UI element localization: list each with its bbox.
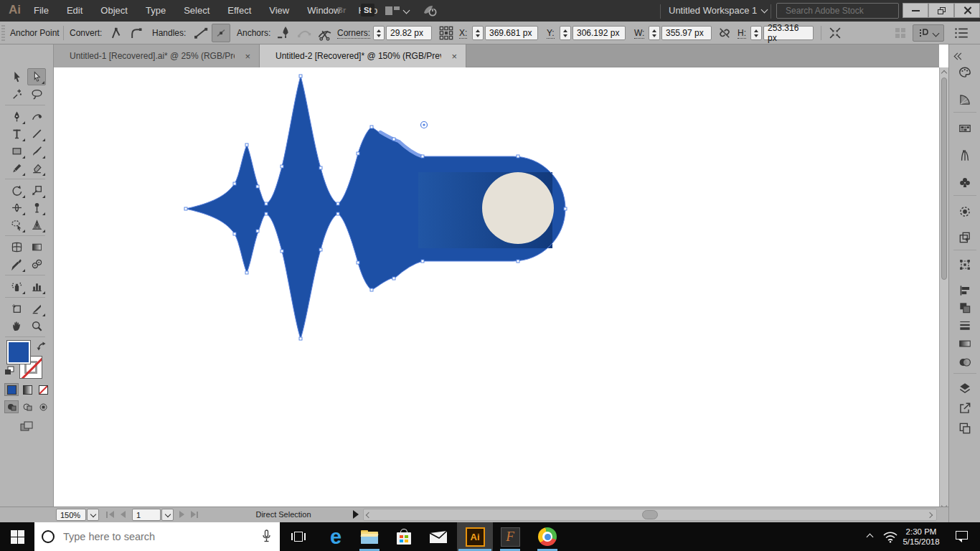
type-tool[interactable] [7,125,26,142]
y-field[interactable]: 306.192 px [573,26,626,40]
direct-selection-tool[interactable] [27,68,46,85]
taskbar-search-input[interactable] [62,530,262,543]
stock-icon[interactable]: St [361,4,374,17]
w-label[interactable]: W: [634,28,644,39]
pen-tool[interactable] [7,108,26,125]
unlink-dimensions-icon[interactable] [717,26,732,40]
paintbrush-tool[interactable] [27,142,46,159]
swap-fill-stroke-icon[interactable] [36,341,47,352]
mesh-tool[interactable] [7,238,26,255]
artboard-number-field[interactable]: 1 [132,509,161,521]
x-stepper[interactable] [472,26,484,40]
transform-panel-icon[interactable] [957,257,973,273]
start-button[interactable] [0,522,34,551]
panel-dock-toggle-button[interactable] [913,24,944,42]
hand-tool[interactable] [7,317,26,334]
width-tool[interactable] [7,199,26,216]
canvas[interactable] [54,67,939,507]
control-panel-menu-icon[interactable] [954,27,969,39]
mail-button[interactable] [423,522,454,551]
connect-anchors-icon[interactable] [296,25,313,41]
color-panel-icon[interactable] [957,65,973,80]
rectangle-tool[interactable] [7,142,26,159]
swatches-panel-icon[interactable] [957,121,973,136]
vertical-scrollbar[interactable] [939,67,948,514]
hide-handles-button[interactable] [212,24,230,42]
menu-select[interactable]: Select [183,5,210,16]
magic-wand-tool[interactable] [7,85,26,103]
workspace-chevron-icon[interactable] [761,6,768,14]
gradient-mode-button[interactable] [20,383,34,396]
x-field[interactable]: 369.681 px [485,26,538,40]
cut-path-icon[interactable] [316,25,333,41]
tab-close-icon[interactable]: × [451,51,457,62]
file-explorer-button[interactable] [354,522,385,551]
minimize-button[interactable] [903,3,928,18]
show-handles-icon[interactable] [192,25,209,41]
none-mode-button[interactable] [36,383,50,396]
tag-circle[interactable] [482,172,554,244]
tab-untitled-2-active[interactable]: Untitled-2 [Recovered]* @ 150% (RGB/Prev… [260,44,466,67]
tab-close-icon[interactable]: × [245,51,250,62]
color-guide-panel-icon[interactable] [957,92,973,108]
edge-button[interactable]: e [320,522,352,551]
last-artboard-icon[interactable] [197,512,198,518]
gpu-performance-icon[interactable] [422,4,438,17]
default-fill-stroke-icon[interactable] [4,366,15,376]
selection-tool[interactable] [7,68,26,85]
first-artboard-icon[interactable] [106,512,108,518]
show-hidden-icons-button[interactable] [859,522,880,551]
appearance-panel-icon[interactable] [957,204,973,220]
draw-inside-button[interactable] [36,400,50,413]
curvature-tool[interactable] [27,108,46,125]
expand-dock-icon[interactable] [955,49,963,62]
eraser-tool[interactable] [27,159,46,176]
screen-mode-button[interactable] [17,419,36,433]
convert-to-corner-icon[interactable] [108,25,123,41]
stock-search-input[interactable] [784,5,898,17]
close-button[interactable] [954,3,980,18]
action-center-button[interactable] [947,522,976,551]
lasso-tool[interactable] [27,85,46,103]
zoom-level-field[interactable]: 150% [56,509,86,521]
x-label[interactable]: X: [459,28,467,39]
workspace-switcher[interactable]: Untitled Workspace 1 [669,5,757,16]
zoom-tool[interactable] [27,317,46,334]
taskbar-search-box[interactable] [34,522,280,551]
h-stepper[interactable] [750,26,762,40]
convert-to-smooth-icon[interactable] [128,25,143,41]
menu-window[interactable]: Window [306,5,341,16]
line-segment-tool[interactable] [27,125,46,142]
align-panel-icon[interactable] [957,283,973,298]
restore-button[interactable] [928,3,954,18]
scroll-up-icon[interactable] [941,70,947,76]
menu-edit[interactable]: Edit [66,5,83,16]
scroll-left-icon[interactable] [366,512,372,518]
arrange-documents-icon[interactable] [385,6,392,15]
previous-artboard-icon[interactable] [121,511,126,518]
stroke-panel-icon[interactable] [957,317,973,333]
zoom-dropdown-button[interactable] [87,509,99,521]
h-label[interactable]: H: [738,28,746,39]
column-graph-tool[interactable] [27,278,46,295]
panel-grip[interactable] [1,25,5,41]
arrange-chevron-icon[interactable] [403,7,410,14]
first-artboard-arrow-icon[interactable] [109,511,114,518]
layers-panel-icon[interactable] [957,380,973,396]
bridge-icon[interactable]: Br [337,6,346,14]
reference-point-icon[interactable] [439,26,453,40]
scroll-right-icon[interactable] [927,512,933,518]
artboard-dropdown-button[interactable] [161,509,174,521]
horizontal-scroll-thumb[interactable] [642,510,658,519]
w-stepper[interactable] [649,26,660,40]
draw-behind-button[interactable] [20,400,34,413]
menu-file[interactable]: File [33,5,50,16]
shaper-tool[interactable] [7,159,26,176]
scale-tool[interactable] [27,182,46,199]
transparency-panel-icon[interactable] [957,354,973,370]
color-mode-button[interactable] [4,383,19,396]
isolate-selection-icon[interactable] [828,26,842,40]
vertical-scroll-thumb[interactable] [941,77,947,280]
fill-color-swatch[interactable] [6,340,31,364]
gradient-tool[interactable] [27,238,46,255]
